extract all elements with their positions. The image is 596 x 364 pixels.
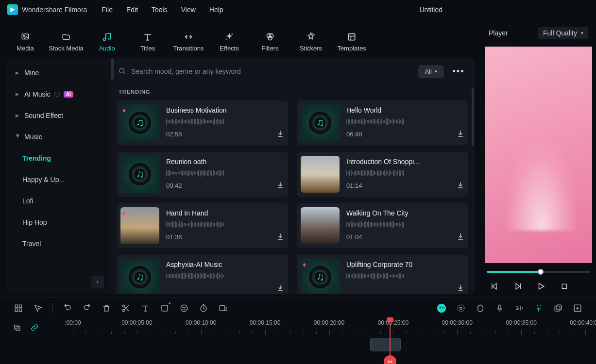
layout-grid-button[interactable] — [11, 300, 26, 316]
svg-point-19 — [185, 307, 186, 308]
sidebar-category-ai-music[interactable]: ▶AI Music ⓘ AI — [10, 83, 106, 105]
download-button[interactable] — [457, 284, 464, 294]
download-button[interactable] — [276, 130, 284, 139]
tab-filters[interactable]: Filters — [251, 26, 289, 56]
more-options-button[interactable]: ••• — [451, 64, 466, 79]
svg-point-2 — [232, 33, 233, 34]
track-thumbnail — [301, 156, 340, 193]
playhead[interactable]: ✂ — [390, 318, 391, 361]
tab-transitions[interactable]: Transitions — [169, 26, 208, 56]
video-preview[interactable] — [485, 47, 592, 263]
timeline-duplicate-button[interactable] — [11, 321, 23, 334]
delete-button[interactable] — [99, 300, 114, 316]
sidebar-item-lofi[interactable]: Lofi — [22, 190, 106, 212]
tab-stickers[interactable]: Stickers — [291, 26, 330, 56]
download-button[interactable] — [457, 130, 464, 139]
content-scrollbar[interactable] — [472, 87, 474, 146]
timeline-link-button[interactable] — [28, 321, 41, 334]
track-duration: 06:48 — [346, 131, 362, 138]
download-button[interactable] — [276, 232, 284, 242]
timeline[interactable]: :00:0000:00:05:0000:00:10:0000:00:15:000… — [0, 318, 596, 361]
text-icon — [143, 31, 153, 43]
track-title: Hello World — [346, 106, 464, 114]
auto-beat-button[interactable] — [531, 300, 546, 316]
audio-mixer-button[interactable] — [511, 300, 527, 316]
ai-assistant-button[interactable] — [434, 300, 449, 316]
tab-stock-media[interactable]: Stock Media — [47, 26, 85, 56]
svg-rect-28 — [499, 305, 501, 309]
music-note-icon: ♫ — [316, 271, 324, 283]
split-button[interactable] — [118, 300, 134, 316]
render-button[interactable] — [453, 300, 469, 316]
svg-point-24 — [440, 307, 441, 308]
step-forward-button[interactable] — [512, 281, 524, 292]
sidebar-item-travel[interactable]: Travel — [22, 233, 106, 254]
svg-rect-7 — [348, 33, 355, 40]
tab-templates[interactable]: Templates — [332, 26, 371, 56]
track-card[interactable]: ♦♫Business Motivation02:58 — [117, 100, 288, 145]
menu-edit[interactable]: Edit — [126, 6, 138, 14]
voiceover-button[interactable] — [492, 300, 508, 316]
playhead-split-button[interactable]: ✂ — [384, 355, 396, 364]
stop-button[interactable] — [559, 281, 570, 292]
play-button[interactable] — [535, 281, 547, 292]
track-card[interactable]: ♦♫Uplifting Corporate 70 — [297, 255, 468, 294]
track-title: Asphyxia-AI Music — [166, 261, 284, 268]
sidebar-item-happy-up-[interactable]: Happy & Up... — [22, 169, 106, 190]
waveform — [166, 272, 284, 280]
chevron-right-icon: ▶ — [16, 92, 20, 97]
undo-button[interactable] — [60, 300, 75, 316]
track-card[interactable]: ♦Hand In Hand01:36 — [117, 203, 288, 248]
sidebar-item-trending[interactable]: Trending — [22, 148, 106, 169]
search-input[interactable]: Search mood, genre or any keyword — [119, 67, 411, 75]
track-card[interactable]: Walking On The City01:04 — [297, 203, 468, 248]
track-card[interactable]: Introduction Of Shoppi...01:14 — [297, 152, 468, 197]
quality-selector[interactable]: Full Quality ▾ — [538, 27, 588, 39]
download-button[interactable] — [276, 284, 284, 294]
sidebar-item-hip-hop[interactable]: Hip Hop — [22, 212, 106, 233]
track-title: Reunion oath — [166, 158, 284, 165]
sidebar-category-sound-effect[interactable]: ▶Sound Effect — [10, 105, 106, 126]
tab-media[interactable]: Media — [6, 26, 45, 56]
crop-button[interactable] — [157, 300, 172, 316]
tab-audio[interactable]: Audio — [87, 26, 126, 56]
track-card[interactable]: ♫Hello World06:48 — [297, 100, 468, 145]
filter-dropdown[interactable]: All ▾ — [418, 65, 444, 78]
marker-button[interactable] — [473, 300, 488, 316]
track-card[interactable]: ♫Reunion oath09:42 — [117, 152, 288, 197]
track-card[interactable]: ♫Asphyxia-AI Music — [117, 255, 288, 294]
tab-effects[interactable]: Effects — [210, 26, 249, 56]
menu-tools[interactable]: Tools — [152, 6, 168, 14]
download-button[interactable] — [276, 181, 284, 191]
redo-button[interactable] — [79, 300, 95, 316]
speed-button[interactable] — [196, 300, 211, 316]
download-button[interactable] — [457, 232, 464, 242]
chevron-right-icon: ▶ — [16, 113, 20, 118]
menu-file[interactable]: File — [102, 6, 113, 14]
waveform — [346, 272, 464, 280]
text-button[interactable] — [137, 300, 153, 316]
waveform — [346, 169, 464, 177]
add-track-button[interactable] — [570, 300, 585, 316]
player-tab[interactable]: Player — [489, 29, 508, 37]
timeline-toolbar — [0, 297, 596, 318]
sidebar-category-music[interactable]: ▶Music — [10, 126, 106, 148]
adjustment-button[interactable] — [550, 300, 566, 316]
prev-frame-button[interactable] — [489, 281, 500, 292]
color-button[interactable] — [176, 300, 192, 316]
title-bar: Wondershare Filmora FileEditToolsViewHel… — [0, 0, 596, 19]
progress-thumb[interactable] — [538, 269, 544, 275]
timeline-clip[interactable] — [370, 338, 401, 351]
cursor-button[interactable] — [30, 300, 46, 316]
sidebar-category-mine[interactable]: ▶Mine — [10, 62, 106, 83]
download-button[interactable] — [457, 181, 464, 191]
playback-progress[interactable] — [487, 271, 590, 273]
sidebar-collapse-button[interactable]: ‹ — [91, 276, 104, 288]
keyframe-button[interactable] — [215, 300, 231, 316]
music-note-icon: ♫ — [136, 271, 144, 283]
menu-view[interactable]: View — [181, 6, 196, 14]
waveform — [166, 221, 284, 229]
menu-help[interactable]: Help — [209, 6, 223, 14]
tab-titles[interactable]: Titles — [128, 26, 167, 56]
chevron-right-icon: ▶ — [16, 134, 20, 139]
